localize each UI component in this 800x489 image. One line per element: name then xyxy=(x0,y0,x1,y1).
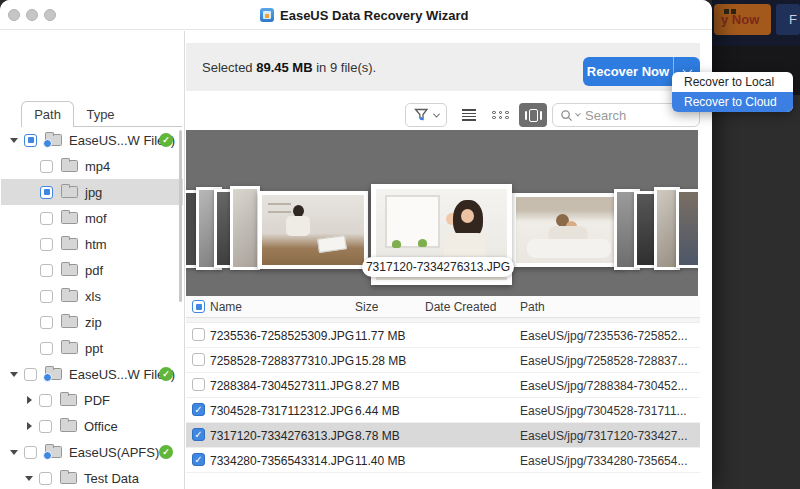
checkbox-unchecked[interactable] xyxy=(39,394,52,407)
checkbox-unchecked[interactable] xyxy=(24,446,37,459)
window-zoom-button[interactable] xyxy=(44,9,56,21)
table-row[interactable]: 7235536-7258525309.JPG 11.77 MB EaseUS/j… xyxy=(186,323,700,348)
window-minimize-button[interactable] xyxy=(26,9,38,21)
app-window: EaseUS Data Recovery Wizard Home Exp xyxy=(0,0,712,489)
window-title: EaseUS Data Recovery Wizard xyxy=(280,8,468,23)
file-size: 8.27 MB xyxy=(355,379,400,393)
row-checkbox-unchecked[interactable] xyxy=(192,378,205,391)
search-scope-chevron-icon[interactable] xyxy=(575,111,581,117)
tree-item-mof[interactable]: mof xyxy=(1,205,183,231)
drive-folder-icon xyxy=(45,368,62,380)
window-close-button[interactable] xyxy=(8,9,20,21)
tree-item-htm[interactable]: htm xyxy=(1,231,183,257)
checkbox-unchecked[interactable] xyxy=(40,316,53,329)
tree-item-test-data[interactable]: Test Data xyxy=(1,465,183,489)
tree-item-label: zip xyxy=(85,315,102,330)
column-header-size[interactable]: Size xyxy=(355,300,378,314)
tree-item-label: htm xyxy=(85,237,107,252)
checkbox-unchecked[interactable] xyxy=(40,342,53,355)
scan-complete-badge-icon xyxy=(159,133,173,147)
row-checkbox-checked[interactable] xyxy=(192,428,205,441)
tree-item-ppt[interactable]: ppt xyxy=(1,335,183,361)
view-preview-button-active[interactable] xyxy=(519,103,547,127)
selection-summary: Selected 89.45 MB in 9 file(s). xyxy=(202,60,376,75)
table-row[interactable]: 7334280-7356543314.JPG 11.40 MB EaseUS/j… xyxy=(186,448,700,473)
table-header[interactable]: Name Size Date Created Path xyxy=(186,296,700,318)
background-buy-now-button[interactable]: y Now xyxy=(714,4,771,35)
checkbox-unchecked[interactable] xyxy=(40,238,53,251)
chevron-expanded-icon[interactable] xyxy=(24,476,34,481)
tree-item-xls[interactable]: xls xyxy=(1,283,183,309)
checkbox-unchecked[interactable] xyxy=(24,368,37,381)
chevron-expanded-icon[interactable] xyxy=(9,372,19,377)
folder-tree: EaseUS...W Files) mp4 jpg mof h xyxy=(1,127,183,489)
checkbox-partial[interactable] xyxy=(40,186,53,199)
checkbox-unchecked[interactable] xyxy=(39,420,52,433)
row-checkbox-unchecked[interactable] xyxy=(192,353,205,366)
title-bar: EaseUS Data Recovery Wizard xyxy=(0,0,712,30)
select-all-checkbox[interactable] xyxy=(192,300,205,313)
checkbox-unchecked[interactable] xyxy=(39,472,52,485)
tree-item-mp4[interactable]: mp4 xyxy=(1,153,183,179)
file-path: EaseUS/jpg/7304528-731711... xyxy=(520,404,698,418)
photo-thumbnail[interactable] xyxy=(512,193,625,267)
tree-item-easeus-raw-files-1[interactable]: EaseUS...W Files) xyxy=(1,127,183,153)
tree-item-zip[interactable]: zip xyxy=(1,309,183,335)
photo-thumbnail[interactable] xyxy=(258,191,368,269)
chevron-expanded-icon[interactable] xyxy=(9,450,19,455)
sidebar-scrollbar[interactable] xyxy=(179,130,182,302)
chevron-collapsed-icon[interactable] xyxy=(24,396,34,404)
screen: y Now F EaseUS Data Recovery Wizard Home xyxy=(0,0,800,489)
background-partial-button[interactable]: F xyxy=(776,4,800,35)
row-checkbox-checked[interactable] xyxy=(192,403,205,416)
file-size: 15.28 MB xyxy=(355,354,406,368)
chevron-expanded-icon[interactable] xyxy=(9,138,19,143)
folder-icon xyxy=(60,472,77,484)
tree-item-jpg[interactable]: jpg xyxy=(1,179,183,205)
photo-carousel[interactable]: 7317120-7334276313.JPG xyxy=(186,130,698,296)
photo-thumbnail[interactable] xyxy=(676,189,698,268)
drive-folder-icon xyxy=(45,446,62,458)
file-path: EaseUS/jpg/7317120-733427... xyxy=(520,429,698,443)
tree-item-label: EaseUS(APFS) xyxy=(69,445,159,460)
tab-type[interactable]: Type xyxy=(74,101,127,127)
photo-thumbnail[interactable] xyxy=(230,186,260,270)
tree-item-easeus-apfs[interactable]: EaseUS(APFS) xyxy=(1,439,183,465)
folder-icon xyxy=(61,212,78,224)
menu-item-recover-to-cloud[interactable]: Recover to Cloud xyxy=(672,92,793,112)
tree-item-pdf-ext[interactable]: pdf xyxy=(1,257,183,283)
tree-item-easeus-raw-files-2[interactable]: EaseUS...W Files) xyxy=(1,361,183,387)
folder-icon xyxy=(60,394,77,406)
scan-complete-badge-icon xyxy=(159,445,173,459)
tab-path[interactable]: Path xyxy=(21,101,74,127)
column-header-name[interactable]: Name xyxy=(210,300,242,314)
recover-now-label[interactable]: Recover Now xyxy=(583,57,674,86)
table-row[interactable]: 7288384-7304527311.JPG 8.27 MB EaseUS/jp… xyxy=(186,373,700,398)
table-row[interactable]: 7258528-7288377310.JPG 15.28 MB EaseUS/j… xyxy=(186,348,700,373)
column-header-path[interactable]: Path xyxy=(520,300,545,314)
row-checkbox-checked[interactable] xyxy=(192,453,205,466)
folder-icon xyxy=(61,264,78,276)
view-list-button[interactable] xyxy=(455,103,483,127)
background-decoration xyxy=(724,0,740,6)
checkbox-unchecked[interactable] xyxy=(40,160,53,173)
tree-item-label: ppt xyxy=(85,341,103,356)
checkbox-unchecked[interactable] xyxy=(40,264,53,277)
checkbox-unchecked[interactable] xyxy=(40,212,53,225)
chevron-collapsed-icon[interactable] xyxy=(24,422,34,430)
file-size: 8.78 MB xyxy=(355,429,400,443)
checkbox-partial[interactable] xyxy=(24,134,37,147)
view-grid-button[interactable] xyxy=(487,103,515,127)
checkbox-unchecked[interactable] xyxy=(40,290,53,303)
tree-item-pdf-folder[interactable]: PDF xyxy=(1,387,183,413)
row-checkbox-unchecked[interactable] xyxy=(192,328,205,341)
column-header-date-created[interactable]: Date Created xyxy=(425,300,496,314)
tree-item-office[interactable]: Office xyxy=(1,413,183,439)
recover-dropdown-menu: Recover to Local Recover to Cloud xyxy=(672,72,793,112)
drive-folder-icon xyxy=(45,134,62,146)
table-row-selected[interactable]: 7317120-7334276313.JPG 8.78 MB EaseUS/jp… xyxy=(186,423,700,448)
menu-item-recover-to-local[interactable]: Recover to Local xyxy=(672,72,793,92)
table-row[interactable]: 7304528-7317112312.JPG 6.44 MB EaseUS/jp… xyxy=(186,398,700,423)
file-size: 11.77 MB xyxy=(355,329,405,343)
filter-button[interactable] xyxy=(405,103,447,127)
